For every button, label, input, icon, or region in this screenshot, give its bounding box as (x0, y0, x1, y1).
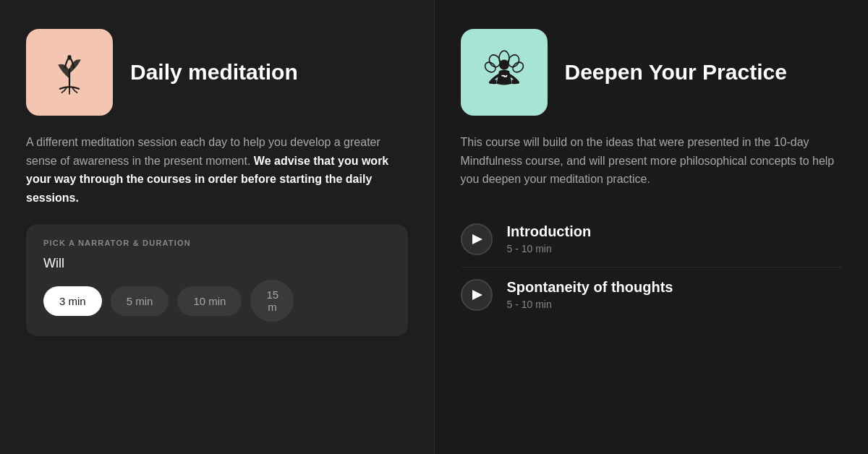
lesson-info-spontaneity: Spontaneity of thoughts 5 - 10 min (507, 279, 673, 310)
lesson-title-introduction: Introduction (507, 223, 592, 240)
lesson-item-spontaneity: Spontaneity of thoughts 5 - 10 min (461, 267, 843, 322)
meditation-icon (479, 47, 529, 98)
picker-label: PICK A NARRATOR & DURATION (43, 239, 391, 247)
lesson-title-spontaneity: Spontaneity of thoughts (507, 279, 673, 296)
lessons-list: Introduction 5 - 10 min Spontaneity of t… (461, 212, 843, 322)
play-icon-2 (472, 290, 482, 300)
right-header: Deepen Your Practice (461, 29, 843, 116)
svg-point-5 (499, 60, 509, 70)
left-header: Daily meditation (26, 29, 408, 116)
left-panel: Daily meditation A different meditation … (0, 0, 435, 454)
lesson-info-introduction: Introduction 5 - 10 min (507, 223, 592, 254)
duration-10min[interactable]: 10 min (177, 286, 242, 316)
left-description: A different meditation session each day … (26, 133, 408, 207)
narrator-name: Will (43, 256, 391, 271)
play-icon (472, 234, 482, 244)
duration-5min[interactable]: 5 min (111, 286, 169, 316)
left-icon-box (26, 29, 113, 116)
lesson-duration-introduction: 5 - 10 min (507, 243, 592, 254)
plant-icon (44, 47, 95, 98)
narrator-picker: PICK A NARRATOR & DURATION Will 3 min 5 … (26, 224, 408, 336)
play-button-spontaneity[interactable] (461, 279, 493, 311)
right-panel: Deepen Your Practice This course will bu… (435, 0, 869, 454)
play-button-introduction[interactable] (461, 223, 493, 255)
right-description: This course will build on the ideas that… (461, 133, 843, 189)
right-title: Deepen Your Practice (565, 59, 787, 85)
duration-row: 3 min 5 min 10 min 15 m (43, 280, 391, 322)
lesson-duration-spontaneity: 5 - 10 min (507, 299, 673, 310)
duration-3min[interactable]: 3 min (43, 286, 102, 316)
left-title: Daily meditation (130, 59, 298, 85)
duration-15min[interactable]: 15 m (250, 280, 294, 322)
right-icon-box (461, 29, 548, 116)
lesson-item-introduction: Introduction 5 - 10 min (461, 212, 843, 267)
svg-point-3 (482, 60, 497, 74)
svg-point-4 (511, 60, 525, 74)
